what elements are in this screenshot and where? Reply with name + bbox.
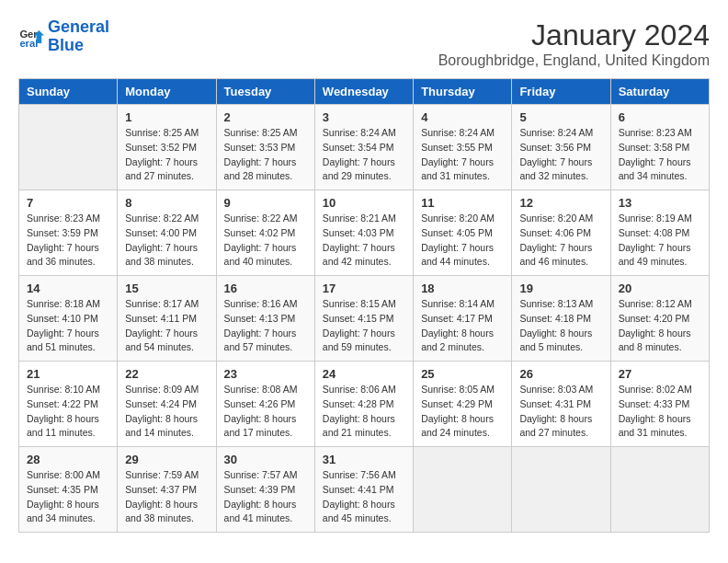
day-info: Sunrise: 8:08 AM Sunset: 4:26 PM Dayligh… [224, 383, 307, 441]
day-number: 4 [421, 110, 504, 124]
calendar-cell: 4Sunrise: 8:24 AM Sunset: 3:55 PM Daylig… [414, 105, 512, 190]
day-number: 1 [125, 110, 208, 124]
day-number: 6 [619, 110, 701, 124]
calendar-week-3: 14Sunrise: 8:18 AM Sunset: 4:10 PM Dayli… [19, 276, 710, 362]
column-header-sunday: Sunday [19, 79, 118, 105]
calendar-cell [512, 447, 610, 533]
column-header-thursday: Thursday [414, 79, 512, 105]
calendar-cell [414, 447, 512, 533]
calendar-cell: 29Sunrise: 7:59 AM Sunset: 4:37 PM Dayli… [118, 447, 216, 533]
calendar-cell [19, 105, 118, 190]
day-info: Sunrise: 7:59 AM Sunset: 4:37 PM Dayligh… [125, 468, 208, 526]
calendar-cell: 7Sunrise: 8:23 AM Sunset: 3:59 PM Daylig… [19, 190, 118, 276]
day-number: 5 [519, 110, 602, 124]
day-info: Sunrise: 8:19 AM Sunset: 4:08 PM Dayligh… [619, 212, 701, 270]
calendar-cell: 3Sunrise: 8:24 AM Sunset: 3:54 PM Daylig… [314, 105, 413, 190]
calendar-cell [610, 447, 709, 533]
day-info: Sunrise: 8:18 AM Sunset: 4:10 PM Dayligh… [27, 297, 109, 355]
page-header: Gen eral General Blue January 2024 Borou… [18, 18, 710, 69]
calendar-cell: 30Sunrise: 7:57 AM Sunset: 4:39 PM Dayli… [216, 447, 314, 533]
calendar-cell: 27Sunrise: 8:02 AM Sunset: 4:33 PM Dayli… [610, 362, 709, 447]
calendar-cell: 22Sunrise: 8:09 AM Sunset: 4:24 PM Dayli… [118, 362, 216, 447]
day-number: 14 [27, 282, 109, 295]
calendar-cell: 12Sunrise: 8:20 AM Sunset: 4:06 PM Dayli… [512, 190, 610, 276]
calendar-cell: 10Sunrise: 8:21 AM Sunset: 4:03 PM Dayli… [314, 190, 413, 276]
day-info: Sunrise: 8:22 AM Sunset: 4:00 PM Dayligh… [125, 212, 208, 270]
page-subtitle: Boroughbridge, England, United Kingdom [438, 52, 710, 69]
day-number: 7 [27, 196, 109, 210]
day-info: Sunrise: 8:25 AM Sunset: 3:52 PM Dayligh… [125, 126, 208, 184]
calendar-cell: 1Sunrise: 8:25 AM Sunset: 3:52 PM Daylig… [118, 105, 216, 190]
calendar-cell: 18Sunrise: 8:14 AM Sunset: 4:17 PM Dayli… [414, 276, 512, 362]
day-number: 15 [125, 282, 208, 295]
day-number: 3 [323, 110, 405, 124]
day-number: 11 [421, 196, 504, 210]
day-number: 12 [519, 196, 602, 210]
day-info: Sunrise: 8:09 AM Sunset: 4:24 PM Dayligh… [125, 383, 208, 441]
day-info: Sunrise: 8:20 AM Sunset: 4:05 PM Dayligh… [421, 212, 504, 270]
day-number: 21 [27, 367, 109, 381]
calendar-cell: 13Sunrise: 8:19 AM Sunset: 4:08 PM Dayli… [610, 190, 709, 276]
day-number: 24 [323, 367, 405, 381]
title-block: January 2024 Boroughbridge, England, Uni… [438, 18, 710, 69]
calendar-cell: 23Sunrise: 8:08 AM Sunset: 4:26 PM Dayli… [216, 362, 314, 447]
day-info: Sunrise: 8:21 AM Sunset: 4:03 PM Dayligh… [323, 212, 405, 270]
calendar-cell: 21Sunrise: 8:10 AM Sunset: 4:22 PM Dayli… [19, 362, 118, 447]
calendar-cell: 24Sunrise: 8:06 AM Sunset: 4:28 PM Dayli… [314, 362, 413, 447]
day-number: 18 [421, 282, 504, 295]
calendar-week-1: 1Sunrise: 8:25 AM Sunset: 3:52 PM Daylig… [19, 105, 710, 190]
day-number: 13 [619, 196, 701, 210]
calendar-table: SundayMondayTuesdayWednesdayThursdayFrid… [18, 78, 710, 533]
calendar-cell: 9Sunrise: 8:22 AM Sunset: 4:02 PM Daylig… [216, 190, 314, 276]
calendar-week-2: 7Sunrise: 8:23 AM Sunset: 3:59 PM Daylig… [19, 190, 710, 276]
calendar-cell: 25Sunrise: 8:05 AM Sunset: 4:29 PM Dayli… [414, 362, 512, 447]
day-info: Sunrise: 8:25 AM Sunset: 3:53 PM Dayligh… [224, 126, 307, 184]
day-info: Sunrise: 8:24 AM Sunset: 3:55 PM Dayligh… [421, 126, 504, 184]
svg-text:eral: eral [19, 38, 38, 49]
column-header-monday: Monday [118, 79, 216, 105]
day-info: Sunrise: 8:23 AM Sunset: 3:59 PM Dayligh… [27, 212, 109, 270]
calendar-cell: 8Sunrise: 8:22 AM Sunset: 4:00 PM Daylig… [118, 190, 216, 276]
day-number: 16 [224, 282, 307, 295]
calendar-week-5: 28Sunrise: 8:00 AM Sunset: 4:35 PM Dayli… [19, 447, 710, 533]
calendar-cell: 19Sunrise: 8:13 AM Sunset: 4:18 PM Dayli… [512, 276, 610, 362]
day-number: 23 [224, 367, 307, 381]
calendar-cell: 6Sunrise: 8:23 AM Sunset: 3:58 PM Daylig… [610, 105, 709, 190]
calendar-cell: 31Sunrise: 7:56 AM Sunset: 4:41 PM Dayli… [314, 447, 413, 533]
column-header-tuesday: Tuesday [216, 79, 314, 105]
column-header-friday: Friday [512, 79, 610, 105]
column-header-wednesday: Wednesday [314, 79, 413, 105]
day-info: Sunrise: 8:02 AM Sunset: 4:33 PM Dayligh… [619, 383, 701, 441]
day-number: 17 [323, 282, 405, 295]
day-info: Sunrise: 8:00 AM Sunset: 4:35 PM Dayligh… [27, 468, 109, 526]
calendar-cell: 5Sunrise: 8:24 AM Sunset: 3:56 PM Daylig… [512, 105, 610, 190]
calendar-week-4: 21Sunrise: 8:10 AM Sunset: 4:22 PM Dayli… [19, 362, 710, 447]
day-info: Sunrise: 8:13 AM Sunset: 4:18 PM Dayligh… [519, 297, 602, 355]
day-info: Sunrise: 8:14 AM Sunset: 4:17 PM Dayligh… [421, 297, 504, 355]
day-number: 28 [27, 453, 109, 466]
day-number: 25 [421, 367, 504, 381]
calendar-cell: 14Sunrise: 8:18 AM Sunset: 4:10 PM Dayli… [19, 276, 118, 362]
day-number: 26 [519, 367, 602, 381]
calendar-header-row: SundayMondayTuesdayWednesdayThursdayFrid… [19, 79, 710, 105]
day-info: Sunrise: 7:56 AM Sunset: 4:41 PM Dayligh… [323, 468, 405, 526]
day-number: 27 [619, 367, 701, 381]
day-number: 9 [224, 196, 307, 210]
day-number: 8 [125, 196, 208, 210]
day-number: 10 [323, 196, 405, 210]
calendar-cell: 28Sunrise: 8:00 AM Sunset: 4:35 PM Dayli… [19, 447, 118, 533]
day-info: Sunrise: 7:57 AM Sunset: 4:39 PM Dayligh… [224, 468, 307, 526]
logo-text: General Blue [48, 18, 109, 55]
day-number: 19 [519, 282, 602, 295]
day-info: Sunrise: 8:16 AM Sunset: 4:13 PM Dayligh… [224, 297, 307, 355]
day-info: Sunrise: 8:17 AM Sunset: 4:11 PM Dayligh… [125, 297, 208, 355]
day-number: 30 [224, 453, 307, 466]
day-info: Sunrise: 8:10 AM Sunset: 4:22 PM Dayligh… [27, 383, 109, 441]
column-header-saturday: Saturday [610, 79, 709, 105]
calendar-cell: 26Sunrise: 8:03 AM Sunset: 4:31 PM Dayli… [512, 362, 610, 447]
page-title: January 2024 [438, 18, 710, 52]
day-info: Sunrise: 8:12 AM Sunset: 4:20 PM Dayligh… [619, 297, 701, 355]
day-info: Sunrise: 8:23 AM Sunset: 3:58 PM Dayligh… [619, 126, 701, 184]
day-info: Sunrise: 8:03 AM Sunset: 4:31 PM Dayligh… [519, 383, 602, 441]
day-number: 22 [125, 367, 208, 381]
